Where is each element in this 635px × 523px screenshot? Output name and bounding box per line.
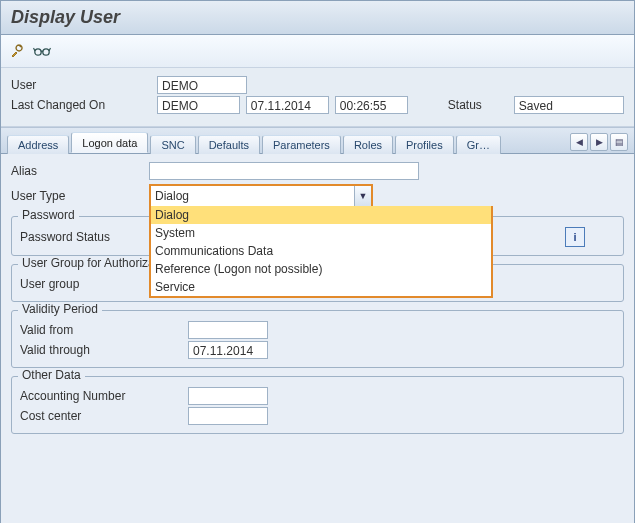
valid-from-field[interactable]: [188, 321, 268, 339]
svg-point-0: [35, 49, 41, 55]
tab-groups[interactable]: Gr…: [456, 135, 501, 154]
glasses-icon[interactable]: [33, 42, 51, 60]
tab-scroll-right-icon[interactable]: ▶: [590, 133, 608, 151]
status-field: Saved: [514, 96, 624, 114]
tabstrip: Address Logon data SNC Defaults Paramete…: [1, 127, 634, 154]
user-label: User: [11, 78, 151, 92]
last-changed-by: DEMO: [157, 96, 240, 114]
user-type-dropdown: Dialog System Communications Data Refere…: [149, 206, 493, 298]
user-field: DEMO: [157, 76, 247, 94]
user-type-option-reference[interactable]: Reference (Logon not possible): [151, 260, 491, 278]
last-changed-date: 07.11.2014: [246, 96, 329, 114]
user-type-option-comm[interactable]: Communications Data: [151, 242, 491, 260]
user-type-option-dialog[interactable]: Dialog: [151, 206, 491, 224]
valid-through-label: Valid through: [20, 343, 180, 357]
info-icon[interactable]: i: [565, 227, 585, 247]
tools-icon[interactable]: [9, 42, 27, 60]
tab-parameters[interactable]: Parameters: [262, 135, 341, 154]
tab-logon-data[interactable]: Logon data: [71, 132, 148, 153]
tab-body: Alias User Type Dialog ▼ Dialog System C…: [1, 154, 634, 523]
cost-center-field[interactable]: [188, 407, 268, 425]
chevron-down-icon[interactable]: ▼: [354, 186, 371, 206]
user-header-form: User DEMO Last Changed On DEMO 07.11.201…: [1, 68, 634, 127]
other-data-legend: Other Data: [18, 368, 85, 382]
valid-through-field[interactable]: 07.11.2014: [188, 341, 268, 359]
user-type-label: User Type: [11, 189, 141, 203]
tab-address[interactable]: Address: [7, 135, 69, 154]
svg-point-1: [43, 49, 49, 55]
tab-defaults[interactable]: Defaults: [198, 135, 260, 154]
other-data-group: Other Data Accounting Number Cost center: [11, 376, 624, 434]
tab-scroll-left-icon[interactable]: ◀: [570, 133, 588, 151]
alias-label: Alias: [11, 164, 141, 178]
user-type-option-system[interactable]: System: [151, 224, 491, 242]
window-title: Display User: [1, 1, 634, 35]
accounting-number-field[interactable]: [188, 387, 268, 405]
accounting-number-label: Accounting Number: [20, 389, 180, 403]
validity-group: Validity Period Valid from Valid through…: [11, 310, 624, 368]
user-type-value: Dialog: [151, 189, 354, 203]
last-changed-label: Last Changed On: [11, 98, 151, 112]
validity-legend: Validity Period: [18, 302, 102, 316]
password-legend: Password: [18, 208, 79, 222]
alias-field[interactable]: [149, 162, 419, 180]
last-changed-time: 00:26:55: [335, 96, 409, 114]
valid-from-label: Valid from: [20, 323, 180, 337]
toolbar: [1, 35, 634, 68]
tab-snc[interactable]: SNC: [150, 135, 195, 154]
cost-center-label: Cost center: [20, 409, 180, 423]
tab-list-icon[interactable]: ▤: [610, 133, 628, 151]
tab-roles[interactable]: Roles: [343, 135, 393, 154]
user-type-option-service[interactable]: Service: [151, 278, 491, 296]
status-label: Status: [448, 98, 508, 112]
user-type-select[interactable]: Dialog ▼ Dialog System Communications Da…: [149, 184, 373, 208]
tab-profiles[interactable]: Profiles: [395, 135, 454, 154]
